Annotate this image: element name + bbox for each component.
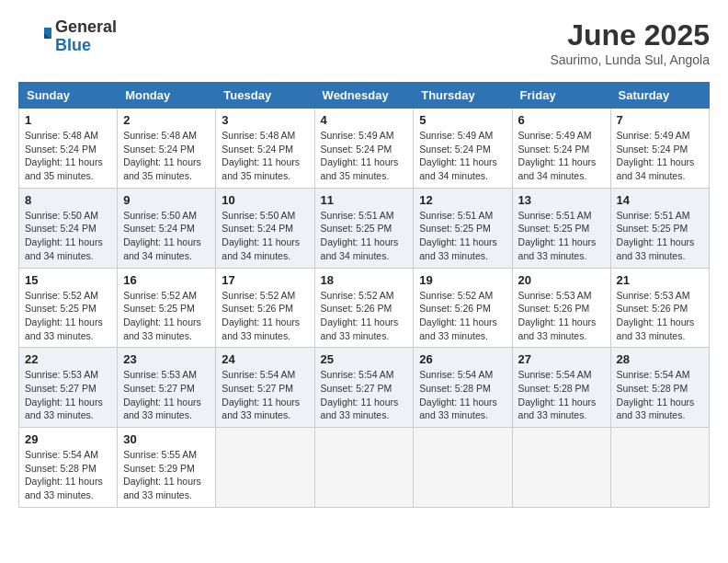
day-number: 9 [123,193,210,207]
day-info: Sunrise: 5:48 AMSunset: 5:24 PMDaylight:… [123,129,210,183]
week-row-5: 29Sunrise: 5:54 AMSunset: 5:28 PMDayligh… [19,428,710,508]
day-number: 4 [321,113,408,127]
day-info: Sunrise: 5:52 AMSunset: 5:26 PMDaylight:… [419,289,506,343]
day-info: Sunrise: 5:51 AMSunset: 5:25 PMDaylight:… [518,209,605,263]
day-number: 3 [222,113,308,127]
day-info: Sunrise: 5:50 AMSunset: 5:24 PMDaylight:… [123,209,210,263]
day-header-thursday: Thursday [414,83,512,109]
day-info: Sunrise: 5:51 AMSunset: 5:25 PMDaylight:… [617,209,703,263]
day-info: Sunrise: 5:53 AMSunset: 5:27 PMDaylight:… [123,368,210,422]
calendar-cell: 2Sunrise: 5:48 AMSunset: 5:24 PMDaylight… [118,109,216,189]
calendar-cell: 18Sunrise: 5:52 AMSunset: 5:26 PMDayligh… [314,268,414,348]
day-number: 1 [25,113,111,127]
calendar-cell: 9Sunrise: 5:50 AMSunset: 5:24 PMDaylight… [118,188,216,268]
day-number: 24 [222,352,308,366]
logo-blue: Blue [55,37,117,55]
calendar-cell [216,428,314,508]
calendar-cell: 29Sunrise: 5:54 AMSunset: 5:28 PMDayligh… [19,428,118,508]
day-info: Sunrise: 5:53 AMSunset: 5:26 PMDaylight:… [617,289,703,343]
day-number: 8 [25,193,111,207]
calendar-cell: 19Sunrise: 5:52 AMSunset: 5:26 PMDayligh… [414,268,512,348]
calendar-cell [512,428,610,508]
day-number: 27 [518,352,605,366]
calendar-cell: 21Sunrise: 5:53 AMSunset: 5:26 PMDayligh… [610,268,709,348]
day-number: 12 [419,193,506,207]
day-info: Sunrise: 5:48 AMSunset: 5:24 PMDaylight:… [222,129,308,183]
week-row-3: 15Sunrise: 5:52 AMSunset: 5:25 PMDayligh… [19,268,710,348]
day-info: Sunrise: 5:48 AMSunset: 5:24 PMDaylight:… [25,129,111,183]
page-header: General Blue June 2025 Saurimo, Lunda Su… [18,18,710,67]
day-number: 13 [518,193,605,207]
day-info: Sunrise: 5:50 AMSunset: 5:24 PMDaylight:… [25,209,111,263]
calendar-cell: 15Sunrise: 5:52 AMSunset: 5:25 PMDayligh… [19,268,118,348]
day-info: Sunrise: 5:54 AMSunset: 5:28 PMDaylight:… [518,368,605,422]
calendar-cell: 27Sunrise: 5:54 AMSunset: 5:28 PMDayligh… [512,348,610,428]
location: Saurimo, Lunda Sul, Angola [550,52,710,67]
day-number: 14 [617,193,703,207]
calendar-cell: 24Sunrise: 5:54 AMSunset: 5:27 PMDayligh… [216,348,314,428]
day-header-monday: Monday [118,83,216,109]
day-info: Sunrise: 5:52 AMSunset: 5:25 PMDaylight:… [25,289,111,343]
day-header-sunday: Sunday [19,83,118,109]
logo-general: General [55,18,117,37]
day-info: Sunrise: 5:52 AMSunset: 5:26 PMDaylight:… [321,289,408,343]
day-number: 17 [222,273,308,287]
day-info: Sunrise: 5:52 AMSunset: 5:26 PMDaylight:… [222,289,308,343]
logo-icon [18,20,51,53]
day-info: Sunrise: 5:53 AMSunset: 5:27 PMDaylight:… [25,368,111,422]
day-info: Sunrise: 5:54 AMSunset: 5:27 PMDaylight:… [222,368,308,422]
day-header-wednesday: Wednesday [314,83,414,109]
calendar-cell: 16Sunrise: 5:52 AMSunset: 5:25 PMDayligh… [118,268,216,348]
day-info: Sunrise: 5:52 AMSunset: 5:25 PMDaylight:… [123,289,210,343]
week-row-4: 22Sunrise: 5:53 AMSunset: 5:27 PMDayligh… [19,348,710,428]
day-info: Sunrise: 5:51 AMSunset: 5:25 PMDaylight:… [419,209,506,263]
day-number: 6 [518,113,605,127]
calendar-cell: 13Sunrise: 5:51 AMSunset: 5:25 PMDayligh… [512,188,610,268]
calendar-cell: 3Sunrise: 5:48 AMSunset: 5:24 PMDaylight… [216,109,314,189]
calendar-cell: 6Sunrise: 5:49 AMSunset: 5:24 PMDaylight… [512,109,610,189]
day-info: Sunrise: 5:49 AMSunset: 5:24 PMDaylight:… [419,129,506,183]
calendar-cell: 5Sunrise: 5:49 AMSunset: 5:24 PMDaylight… [414,109,512,189]
day-number: 25 [321,352,408,366]
calendar-cell: 10Sunrise: 5:50 AMSunset: 5:24 PMDayligh… [216,188,314,268]
day-info: Sunrise: 5:50 AMSunset: 5:24 PMDaylight:… [222,209,308,263]
calendar-cell: 25Sunrise: 5:54 AMSunset: 5:27 PMDayligh… [314,348,414,428]
day-info: Sunrise: 5:51 AMSunset: 5:25 PMDaylight:… [321,209,408,263]
day-info: Sunrise: 5:49 AMSunset: 5:24 PMDaylight:… [321,129,408,183]
day-header-saturday: Saturday [610,83,709,109]
calendar-cell: 1Sunrise: 5:48 AMSunset: 5:24 PMDaylight… [19,109,118,189]
day-number: 22 [25,352,111,366]
calendar-cell: 12Sunrise: 5:51 AMSunset: 5:25 PMDayligh… [414,188,512,268]
day-info: Sunrise: 5:54 AMSunset: 5:27 PMDaylight:… [321,368,408,422]
day-info: Sunrise: 5:54 AMSunset: 5:28 PMDaylight:… [25,448,111,502]
day-number: 21 [617,273,703,287]
calendar-cell [314,428,414,508]
month-title: June 2025 [550,18,710,52]
calendar-cell: 4Sunrise: 5:49 AMSunset: 5:24 PMDaylight… [314,109,414,189]
calendar-cell [610,428,709,508]
day-number: 26 [419,352,506,366]
calendar-cell: 7Sunrise: 5:49 AMSunset: 5:24 PMDaylight… [610,109,709,189]
calendar-cell: 30Sunrise: 5:55 AMSunset: 5:29 PMDayligh… [118,428,216,508]
logo-text: General Blue [55,18,117,55]
calendar-table: SundayMondayTuesdayWednesdayThursdayFrid… [18,82,710,508]
day-info: Sunrise: 5:55 AMSunset: 5:29 PMDaylight:… [123,448,210,502]
calendar-cell [414,428,512,508]
day-info: Sunrise: 5:53 AMSunset: 5:26 PMDaylight:… [518,289,605,343]
day-number: 23 [123,352,210,366]
logo: General Blue [18,18,117,55]
calendar-cell: 23Sunrise: 5:53 AMSunset: 5:27 PMDayligh… [118,348,216,428]
day-info: Sunrise: 5:49 AMSunset: 5:24 PMDaylight:… [518,129,605,183]
calendar-cell: 26Sunrise: 5:54 AMSunset: 5:28 PMDayligh… [414,348,512,428]
week-row-1: 1Sunrise: 5:48 AMSunset: 5:24 PMDaylight… [19,109,710,189]
day-number: 16 [123,273,210,287]
day-number: 10 [222,193,308,207]
day-number: 20 [518,273,605,287]
calendar-cell: 11Sunrise: 5:51 AMSunset: 5:25 PMDayligh… [314,188,414,268]
day-number: 15 [25,273,111,287]
day-number: 18 [321,273,408,287]
day-number: 28 [617,352,703,366]
day-number: 11 [321,193,408,207]
day-number: 7 [617,113,703,127]
day-number: 19 [419,273,506,287]
